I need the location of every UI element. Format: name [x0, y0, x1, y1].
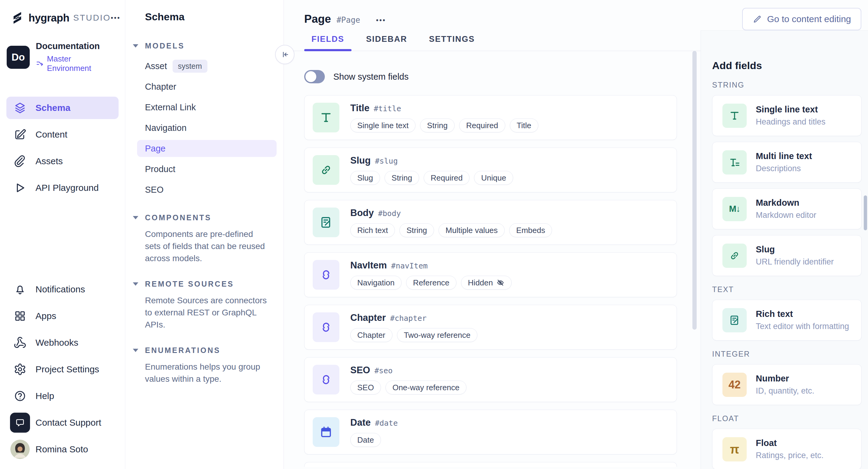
sidebar-item-assets[interactable]: Assets — [6, 150, 119, 172]
field-chip-slug: Slug — [350, 171, 380, 185]
collapse-sidebar-button[interactable] — [275, 45, 294, 64]
action-button-label: Go to content editing — [767, 14, 851, 24]
sidebar-item-project-settings[interactable]: Project Settings — [6, 358, 119, 380]
add-field-meta: SlugURL friendly identifier — [756, 244, 834, 267]
sidebar-item-apps[interactable]: Apps — [6, 305, 119, 327]
sidebar-item-notifications[interactable]: Notifications — [6, 278, 119, 301]
add-field-tile: M↓ — [722, 197, 747, 221]
field-name-row: Body#body — [350, 207, 552, 219]
field-card-navitem[interactable]: NavItem#navItemNavigationReferenceHidden — [304, 253, 677, 297]
add-field-rich-text[interactable]: Rich textText editor with formatting — [712, 300, 862, 340]
field-chip-required: Required — [459, 119, 505, 132]
field-api-id: #navItem — [391, 262, 428, 270]
reference-icon — [319, 373, 333, 387]
field-card-title[interactable]: Title#titleSingle line textStringRequire… — [304, 95, 677, 140]
field-card-seo[interactable]: SEO#seoSEOOne-way reference — [304, 357, 677, 402]
field-chip-embeds: Embeds — [509, 223, 552, 237]
model-menu-dots[interactable]: ••• — [376, 16, 386, 25]
model-item-asset[interactable]: Assetsystem — [145, 58, 276, 74]
tab-settings[interactable]: SETTINGS — [422, 35, 482, 51]
sidebar-item-label: Apps — [35, 311, 56, 321]
chip-label: Embeds — [516, 226, 545, 235]
grid-icon — [14, 310, 26, 322]
sidebar-item-content[interactable]: Content — [6, 123, 119, 146]
edit-icon — [14, 128, 26, 141]
field-name: Date — [350, 417, 371, 428]
add-field-single-line-text[interactable]: Single line textHeadings and titles — [712, 95, 862, 136]
sidebar-item-help[interactable]: Help — [6, 385, 119, 407]
environment-selector[interactable]: Master Environment — [36, 54, 117, 73]
model-item-external-link[interactable]: External Link — [145, 99, 276, 116]
field-api-id: #seo — [374, 366, 393, 375]
add-field-slug[interactable]: SlugURL friendly identifier — [712, 235, 862, 276]
add-field-markdown[interactable]: M↓MarkdownMarkdown editor — [712, 189, 862, 229]
model-item-label: External Link — [145, 102, 196, 112]
field-card-body[interactable]: Body#bodyRich textStringMultiple valuesE… — [304, 200, 677, 245]
section-header-models[interactable]: MODELS — [145, 41, 276, 50]
field-chip-title: Title — [510, 119, 538, 132]
model-item-chapter[interactable]: Chapter — [145, 78, 276, 95]
add-field-description: URL friendly identifier — [756, 257, 834, 267]
logo-suffix: STUDIO — [73, 13, 111, 23]
section-header-components[interactable]: COMPONENTS — [145, 213, 276, 222]
logo-text: hygraph — [29, 12, 69, 24]
show-system-fields-toggle[interactable] — [304, 70, 325, 83]
field-chips: Date — [350, 433, 398, 447]
section-header-remote-sources[interactable]: REMOTE SOURCES — [145, 280, 276, 289]
model-item-product[interactable]: Product — [145, 161, 276, 177]
model-item-seo[interactable]: SEO — [145, 181, 276, 198]
field-chip-rich-text: Rich text — [350, 223, 395, 237]
field-type-tile — [313, 365, 339, 395]
field-card-slug[interactable]: Slug#slugSlugStringRequiredUnique — [304, 147, 677, 192]
field-card-body: SEO#seoSEOOne-way reference — [350, 365, 466, 395]
add-field-meta: Single line textHeadings and titles — [756, 104, 826, 127]
model-item-page[interactable]: Page — [137, 140, 277, 157]
go-to-content-editing-button[interactable]: Go to content editing — [742, 8, 861, 30]
field-chips: SlugStringRequiredUnique — [350, 171, 513, 185]
number-icon: 42 — [728, 379, 741, 391]
field-chip-string: String — [399, 223, 434, 237]
caret-down-icon — [133, 216, 138, 220]
add-field-number[interactable]: 42NumberID, quantity, etc. — [712, 364, 862, 405]
sidebar-item-romina-soto[interactable]: Romina Soto — [6, 438, 119, 461]
sidebar-item-schema[interactable]: Schema — [6, 97, 119, 119]
single-line-text-icon — [319, 110, 333, 125]
field-name-row: SEO#seo — [350, 365, 466, 376]
project-avatar: Do — [7, 46, 30, 69]
app-menu-dots[interactable]: ••• — [111, 14, 120, 22]
add-field-float[interactable]: πFloatRatings, price, etc. — [712, 429, 862, 469]
page-title: Page — [304, 13, 331, 26]
sidebar-item-api-playground[interactable]: API Playground — [6, 177, 119, 199]
field-chip-two-way-reference: Two-way reference — [397, 328, 478, 342]
add-fields-title: Add fields — [712, 60, 861, 71]
hygraph-logo-icon — [10, 11, 24, 25]
environment-name: Master Environment — [47, 54, 117, 73]
project-switcher[interactable]: Do Documentation Master Environment — [7, 41, 117, 73]
sidebar-item-contact-support[interactable]: Contact Support — [6, 411, 119, 434]
tab-sidebar[interactable]: SIDEBAR — [359, 35, 414, 51]
fields-scrollbar[interactable] — [692, 51, 696, 330]
field-api-id: #body — [378, 209, 401, 218]
field-chip-chapter: Chapter — [350, 328, 393, 342]
chip-label: Title — [517, 121, 531, 130]
field-card-chapter[interactable]: Chapter#chapterChapterTwo-way reference — [304, 305, 677, 349]
panel-scrollbar[interactable] — [864, 195, 867, 230]
gear-icon — [14, 363, 26, 376]
section-header-enumerations[interactable]: ENUMERATIONS — [145, 346, 276, 355]
chip-label: String — [392, 173, 412, 183]
field-type-tile — [313, 417, 339, 447]
field-card-date[interactable]: Date#dateDate — [304, 410, 677, 455]
add-field-tile — [722, 243, 747, 268]
field-api-id: #chapter — [390, 314, 426, 323]
add-field-multi-line-text[interactable]: Multi line textDescriptions — [712, 142, 862, 183]
model-item-navigation[interactable]: Navigation — [145, 120, 276, 136]
sidebar-item-webhooks[interactable]: Webhooks — [6, 331, 119, 354]
chip-label: One-way reference — [393, 383, 460, 392]
chip-label: Required — [466, 121, 498, 130]
field-chip-hidden: Hidden — [461, 276, 512, 290]
field-chip-one-way-reference: One-way reference — [385, 380, 466, 395]
add-field-tile — [722, 308, 747, 332]
tab-fields[interactable]: FIELDS — [304, 35, 351, 51]
add-field-name: Rich text — [756, 309, 849, 319]
add-field-description: Markdown editor — [756, 210, 816, 220]
